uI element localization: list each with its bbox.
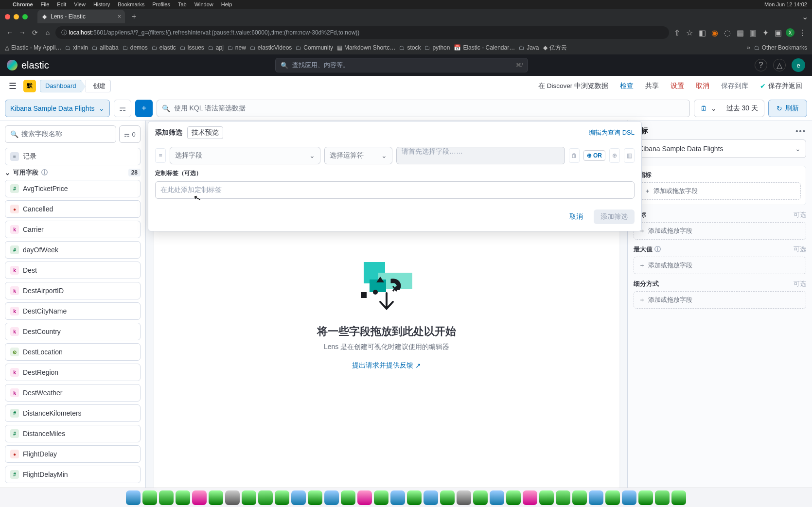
menu-bookmarks[interactable]: Bookmarks: [118, 1, 144, 7]
filter-icon-button[interactable]: ⚎: [114, 100, 131, 117]
cancel-link[interactable]: 取消: [692, 82, 713, 90]
home-icon[interactable]: ⌂: [43, 29, 53, 36]
dock-app[interactable]: [490, 490, 504, 505]
bookmark-item[interactable]: △ Elastic - My Appli…: [5, 44, 61, 51]
field-item[interactable]: kDestCountry: [5, 323, 141, 340]
drag-handle-icon[interactable]: ≡: [155, 148, 166, 163]
share-icon[interactable]: ⇧: [672, 28, 682, 37]
dock-app[interactable]: [473, 490, 488, 505]
field-item[interactable]: kDestWeather: [5, 384, 141, 402]
dock-app[interactable]: [523, 490, 537, 505]
save-and-return[interactable]: ✔保存并返回: [756, 82, 806, 90]
open-discover-link[interactable]: 在 Discover 中浏览数据: [534, 82, 612, 90]
bookmark-overflow-icon[interactable]: »: [747, 44, 750, 51]
dock-app[interactable]: [176, 490, 190, 505]
address-bar[interactable]: ⓘ localhost:5601/app/lens#/?_g=(filters:…: [55, 26, 669, 39]
dock-app[interactable]: [192, 490, 207, 505]
dimension-drop-slot[interactable]: ＋添加或拖放字段: [639, 182, 801, 200]
dock-app[interactable]: [589, 490, 603, 505]
dock-app[interactable]: [357, 490, 372, 505]
field-item[interactable]: #AvgTicketPrice: [5, 180, 141, 197]
bookmark-item[interactable]: ▦ Markdown Shortc…: [337, 44, 395, 51]
bookmark-folder[interactable]: 🗀 demos: [123, 44, 148, 51]
menu-view[interactable]: View: [74, 1, 86, 7]
dock-app[interactable]: [225, 490, 240, 505]
dock-app[interactable]: [506, 490, 521, 505]
share-link[interactable]: 共享: [641, 82, 663, 90]
inspect-link[interactable]: 检查: [616, 82, 637, 90]
reload-icon[interactable]: ⟳: [30, 29, 40, 36]
dock-app[interactable]: [159, 490, 174, 505]
dock-app[interactable]: [440, 490, 455, 505]
field-filter-button[interactable]: ⚎0: [119, 125, 141, 143]
ext-icon-3[interactable]: ◌: [723, 28, 732, 37]
dock-app[interactable]: [126, 490, 141, 505]
bookmark-item[interactable]: ◆ 亿方云: [543, 44, 567, 52]
profile-avatar[interactable]: X: [786, 28, 794, 37]
group-icon[interactable]: ▥: [624, 148, 635, 163]
popover-add-button[interactable]: 添加筛选: [594, 210, 635, 224]
bookmark-folder[interactable]: 🗀 stock: [399, 44, 421, 51]
add-or-button[interactable]: ⊕OR: [583, 150, 605, 161]
dock-app[interactable]: [275, 490, 289, 505]
dock-app[interactable]: [374, 490, 388, 505]
forward-icon[interactable]: →: [18, 29, 27, 36]
dock-app[interactable]: [291, 490, 306, 505]
filter-operator-select[interactable]: 选择运算符⌄: [324, 147, 392, 164]
menu-help[interactable]: Help: [221, 1, 232, 7]
bookmark-folder[interactable]: 🗀 apj: [208, 44, 224, 51]
bookmark-folder[interactable]: 🗀 elastic: [152, 44, 176, 51]
breadcrumb-dashboard[interactable]: Dashboard: [40, 80, 82, 92]
layer-data-view-select[interactable]: Kibana Sample Data Flights⌄: [634, 140, 806, 158]
menu-app[interactable]: Chrome: [13, 1, 33, 7]
bookmark-folder[interactable]: 🗀 elasticVideos: [250, 44, 292, 51]
other-bookmarks[interactable]: 🗀 Other Bookmarks: [754, 44, 807, 51]
field-item[interactable]: kDest: [5, 262, 141, 279]
newsfeed-icon[interactable]: △: [773, 59, 786, 71]
bookmark-folder[interactable]: 🗀 Java: [519, 44, 539, 51]
field-item[interactable]: kDestCityName: [5, 302, 141, 320]
bookmark-folder[interactable]: 🗀 xinxin: [65, 44, 88, 51]
field-item[interactable]: ●Cancelled: [5, 200, 141, 218]
field-item[interactable]: #dayOfWeek: [5, 241, 141, 259]
tab-overflow-icon[interactable]: ⌄: [802, 12, 812, 21]
save-to-library[interactable]: 保存到库: [717, 82, 752, 90]
menu-history[interactable]: History: [93, 1, 110, 7]
user-avatar[interactable]: e: [792, 58, 805, 72]
browser-tab[interactable]: ◆ Lens - Elastic ×: [37, 10, 125, 23]
global-search[interactable]: 🔍 查找应用、内容等。 ⌘/: [275, 58, 528, 72]
field-item[interactable]: #DistanceMiles: [5, 425, 141, 442]
ext-icon-4[interactable]: ▦: [735, 28, 745, 37]
kql-input[interactable]: 🔍使用 KQL 语法筛选数据: [157, 100, 690, 117]
elastic-logo[interactable]: elastic: [7, 60, 49, 71]
dock-app[interactable]: [142, 490, 157, 505]
back-icon[interactable]: ←: [5, 29, 15, 36]
help-icon[interactable]: ?: [755, 59, 767, 71]
feedback-link[interactable]: 提出请求并提供反馈 ↗: [352, 361, 421, 370]
menu-tab[interactable]: Tab: [178, 1, 187, 7]
dock-app[interactable]: [605, 490, 620, 505]
dock-app[interactable]: [572, 490, 587, 505]
dock-app[interactable]: [457, 490, 471, 505]
ext-icon-5[interactable]: ▥: [748, 28, 758, 37]
dock-app[interactable]: [324, 490, 339, 505]
custom-label-input[interactable]: 在此处添加定制标签: [155, 181, 635, 199]
dimension-drop-slot[interactable]: ＋添加或拖放字段: [634, 257, 806, 274]
dimension-drop-slot[interactable]: ＋添加或拖放字段: [634, 291, 806, 309]
filter-value-input[interactable]: 请首先选择字段……: [396, 147, 565, 164]
dock-app[interactable]: [242, 490, 256, 505]
dock-app[interactable]: [424, 490, 438, 505]
more-icon[interactable]: •••: [795, 127, 806, 135]
menu-profiles[interactable]: Profiles: [152, 1, 170, 7]
window-controls[interactable]: [5, 14, 28, 19]
refresh-button[interactable]: ↻刷新: [768, 100, 807, 117]
chrome-menu-icon[interactable]: ⋮: [797, 28, 807, 37]
ext-icon-2[interactable]: ◉: [710, 28, 720, 37]
menu-file[interactable]: File: [41, 1, 50, 7]
field-search-input[interactable]: 🔍搜索字段名称: [5, 125, 116, 143]
dock-app[interactable]: [258, 490, 273, 505]
nav-toggle-icon[interactable]: ☰: [6, 81, 19, 91]
extensions-icon[interactable]: ✦: [760, 28, 770, 37]
dock-app[interactable]: [308, 490, 322, 505]
add-filter-button[interactable]: ＋: [135, 100, 153, 117]
